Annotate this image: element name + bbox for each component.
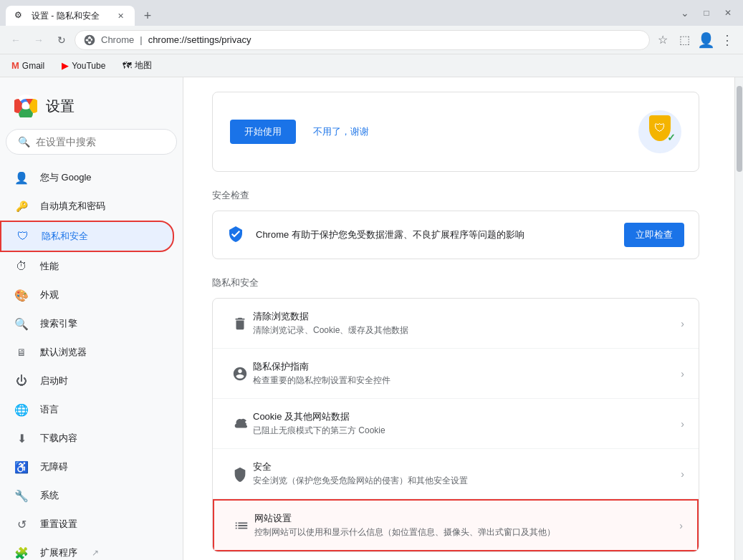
- extensions-icon: 🧩: [14, 546, 29, 560]
- window-controls: ⌄ □ ✕: [676, 6, 737, 20]
- content-inner: 开始使用 不用了，谢谢 🛡 ✓ 安全检查: [183, 77, 728, 560]
- sidebar-item-appearance[interactable]: 🎨 外观: [0, 281, 174, 309]
- bookmarks-bar: M Gmail ▶ YouTube 🗺 地图: [0, 54, 743, 77]
- sidebar-item-reset[interactable]: ↺ 重置设置: [0, 510, 174, 539]
- privacy-item-guide[interactable]: 隐私保护指南 检查重要的隐私控制设置和安全控件 ›: [213, 349, 699, 399]
- sidebar-label-privacy: 隐私和安全: [42, 230, 88, 243]
- forward-button[interactable]: →: [29, 30, 49, 50]
- sidebar-item-startup[interactable]: ⏻ 启动时: [0, 367, 174, 395]
- no-thanks-button[interactable]: 不用了，谢谢: [305, 120, 378, 144]
- content-area: 开始使用 不用了，谢谢 🛡 ✓ 安全检查: [183, 77, 734, 560]
- sidebar-label-extensions: 扩展程序: [40, 546, 77, 559]
- external-link-icon: ↗: [92, 548, 99, 558]
- gmail-icon: M: [11, 60, 19, 71]
- window-close-button[interactable]: ✕: [719, 6, 737, 20]
- sidebar-label-performance: 性能: [40, 260, 59, 273]
- check-now-button[interactable]: 立即检查: [624, 223, 684, 247]
- performance-icon: ⏱: [14, 259, 29, 274]
- sidebar-item-privacy[interactable]: 🛡 隐私和安全: [0, 221, 174, 252]
- sidebar-label-default-browser: 默认浏览器: [40, 346, 87, 359]
- active-tab[interactable]: ⚙ 设置 - 隐私和安全 ✕: [6, 6, 135, 26]
- start-using-button[interactable]: 开始使用: [230, 120, 296, 144]
- address-brand-text: Chrome: [101, 34, 134, 45]
- window-maximize-button[interactable]: □: [697, 6, 716, 20]
- sidebar-label-appearance: 外观: [40, 289, 59, 301]
- back-button[interactable]: ←: [6, 30, 26, 50]
- cookies-title: Cookie 及其他网站数据: [253, 410, 681, 423]
- window-minimize-button[interactable]: ⌄: [676, 6, 694, 20]
- sidebar-item-system[interactable]: 🔧 系统: [0, 481, 174, 510]
- address-bar[interactable]: Chrome | chrome://settings/privacy: [75, 30, 650, 50]
- default-browser-icon: 🖥: [14, 345, 29, 359]
- chevron-right-icon-1: ›: [681, 368, 684, 380]
- maps-icon: 🗺: [123, 60, 132, 71]
- privacy-item-cookies[interactable]: Cookie 及其他网站数据 已阻止无痕模式下的第三方 Cookie ›: [213, 399, 699, 449]
- address-path-text: chrome://settings/privacy: [148, 34, 251, 45]
- menu-button[interactable]: ⋮: [717, 30, 737, 50]
- chevron-right-icon-4: ›: [679, 520, 683, 531]
- security-text: 安全 安全浏览（保护您免受危险网站的侵害）和其他安全设置: [253, 460, 681, 487]
- tab-bar: ⚙ 设置 - 隐私和安全 ✕ +: [6, 0, 676, 26]
- title-bar: ⚙ 设置 - 隐私和安全 ✕ + ⌄ □ ✕: [0, 0, 743, 26]
- sidebar-item-downloads[interactable]: ⬇ 下载内容: [0, 424, 174, 453]
- person-icon: 👤: [14, 170, 29, 185]
- address-separator: |: [140, 34, 142, 45]
- bookmark-youtube[interactable]: ▶ YouTube: [59, 59, 108, 72]
- youtube-icon: ▶: [62, 60, 69, 71]
- privacy-guide-icon: [227, 361, 253, 387]
- downloads-icon: ⬇: [14, 431, 29, 445]
- sidebar-item-extensions[interactable]: 🧩 扩展程序 ↗: [0, 539, 174, 560]
- navigation-bar: ← → ↻ Chrome | chrome://settings/privacy…: [0, 26, 743, 54]
- privacy-item-site-settings[interactable]: 网站设置 控制网站可以使用和显示什么信息（如位置信息、摄像头、弹出式窗口及其他）…: [213, 499, 699, 551]
- privacy-section-card: 清除浏览数据 清除浏览记录、Cookie、缓存及其他数据 ›: [212, 298, 699, 552]
- profile-button[interactable]: 👤: [696, 30, 716, 50]
- sidebar-item-performance[interactable]: ⏱ 性能: [0, 252, 174, 281]
- privacy-item-clear-browsing[interactable]: 清除浏览数据 清除浏览记录、Cookie、缓存及其他数据 ›: [213, 299, 699, 349]
- sidebar: 设置 🔍 👤 您与 Google 🔑 自动填充和密码 🛡 隐: [0, 77, 183, 560]
- cookie-icon: [227, 411, 253, 437]
- privacy-item-security[interactable]: 安全 安全浏览（保护您免受危险网站的侵害）和其他安全设置 ›: [213, 449, 699, 499]
- site-settings-desc: 控制网站可以使用和显示什么信息（如位置信息、摄像头、弹出式窗口及其他）: [254, 526, 679, 539]
- sidebar-label-language: 语言: [40, 403, 59, 416]
- site-settings-text: 网站设置 控制网站可以使用和显示什么信息（如位置信息、摄像头、弹出式窗口及其他）: [254, 512, 679, 539]
- sidebar-item-autofill[interactable]: 🔑 自动填充和密码: [0, 192, 174, 221]
- bookmark-button[interactable]: ☆: [653, 30, 673, 50]
- scrollbar[interactable]: [734, 77, 743, 560]
- system-icon: 🔧: [14, 488, 29, 503]
- site-favicon-icon: [84, 34, 95, 46]
- search-bar[interactable]: 🔍: [6, 129, 177, 155]
- search-engine-icon: 🔍: [14, 317, 29, 331]
- illustration: 🛡 ✓: [610, 107, 681, 157]
- sidebar-label-reset: 重置设置: [40, 518, 77, 531]
- sidebar-item-google[interactable]: 👤 您与 Google: [0, 163, 174, 192]
- privacy-guide-title: 隐私保护指南: [253, 360, 681, 373]
- sidebar-label-google: 您与 Google: [40, 171, 92, 184]
- tab-label: 设置 - 隐私和安全: [32, 10, 109, 22]
- search-input[interactable]: [36, 136, 165, 148]
- clear-browsing-desc: 清除浏览记录、Cookie、缓存及其他数据: [253, 324, 681, 337]
- tab-close-button[interactable]: ✕: [115, 10, 126, 21]
- reset-icon: ↺: [14, 517, 29, 531]
- top-card: 开始使用 不用了，谢谢 🛡 ✓: [212, 92, 699, 172]
- sidebar-item-default-browser[interactable]: 🖥 默认浏览器: [0, 338, 174, 367]
- startup-icon: ⏻: [14, 374, 29, 388]
- chevron-right-icon-0: ›: [681, 318, 684, 329]
- privacy-guide-text: 隐私保护指南 检查重要的隐私控制设置和安全控件: [253, 360, 681, 387]
- extension-button[interactable]: ⬚: [674, 30, 694, 50]
- sidebar-item-language[interactable]: 🌐 语言: [0, 395, 174, 424]
- search-icon: 🔍: [18, 136, 30, 148]
- new-tab-button[interactable]: +: [138, 6, 158, 26]
- settings-title: 设置: [46, 97, 75, 116]
- sidebar-label-autofill: 自动填充和密码: [40, 200, 105, 213]
- security-desc: 安全浏览（保护您免受危险网站的侵害）和其他安全设置: [253, 475, 681, 487]
- scrollbar-thumb[interactable]: [737, 86, 742, 172]
- browser-window: ⚙ 设置 - 隐私和安全 ✕ + ⌄ □ ✕ ← → ↻ Chrome | ch…: [0, 0, 743, 560]
- refresh-button[interactable]: ↻: [52, 30, 72, 50]
- privacy-guide-desc: 检查重要的隐私控制设置和安全控件: [253, 375, 681, 387]
- bookmark-maps[interactable]: 🗺 地图: [120, 58, 155, 73]
- settings-header: 设置: [0, 89, 183, 129]
- sidebar-item-search[interactable]: 🔍 搜索引擎: [0, 309, 174, 338]
- bookmark-gmail[interactable]: M Gmail: [9, 59, 47, 72]
- sidebar-item-accessibility[interactable]: ♿ 无障碍: [0, 453, 174, 481]
- search-container: 🔍: [0, 129, 183, 155]
